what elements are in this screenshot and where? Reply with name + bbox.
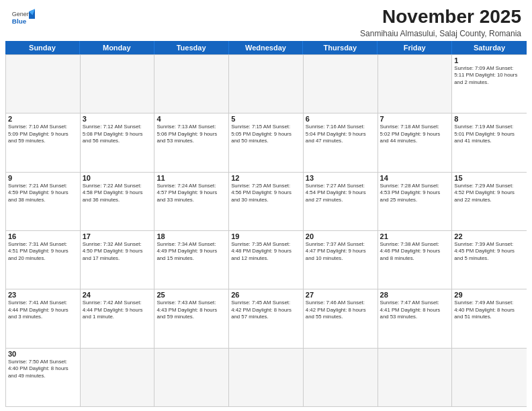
day-number: 10 <box>83 174 152 182</box>
header: General Blue November 2025 Sanmihaiu Alm… <box>0 0 532 41</box>
day-cell-4-0: 23Sunrise: 7:41 AM Sunset: 4:44 PM Dayli… <box>6 289 81 347</box>
svg-text:Blue: Blue <box>12 17 27 25</box>
day-cell-5-3 <box>229 349 304 406</box>
day-cell-5-4 <box>304 349 378 406</box>
logo: General Blue <box>11 7 35 31</box>
day-number: 5 <box>231 115 301 123</box>
day-number: 26 <box>231 291 301 299</box>
header-thursday: Thursday <box>303 41 378 54</box>
day-cell-1-1: 3Sunrise: 7:12 AM Sunset: 5:08 PM Daylig… <box>81 113 155 171</box>
day-info: Sunrise: 7:43 AM Sunset: 4:43 PM Dayligh… <box>157 300 226 321</box>
day-cell-1-2: 4Sunrise: 7:13 AM Sunset: 5:06 PM Daylig… <box>154 113 229 171</box>
day-number: 4 <box>157 115 226 123</box>
day-cell-3-1: 17Sunrise: 7:32 AM Sunset: 4:50 PM Dayli… <box>81 231 155 289</box>
day-number: 25 <box>157 291 226 299</box>
day-info: Sunrise: 7:25 AM Sunset: 4:56 PM Dayligh… <box>231 183 301 204</box>
day-cell-3-0: 16Sunrise: 7:31 AM Sunset: 4:51 PM Dayli… <box>6 231 81 289</box>
week-row-3: 16Sunrise: 7:31 AM Sunset: 4:51 PM Dayli… <box>6 230 527 289</box>
week-row-4: 23Sunrise: 7:41 AM Sunset: 4:44 PM Dayli… <box>6 289 527 347</box>
day-cell-0-5 <box>378 55 453 113</box>
day-info: Sunrise: 7:34 AM Sunset: 4:49 PM Dayligh… <box>157 241 226 263</box>
day-info: Sunrise: 7:24 AM Sunset: 4:57 PM Dayligh… <box>157 183 226 204</box>
day-cell-3-4: 20Sunrise: 7:37 AM Sunset: 4:47 PM Dayli… <box>304 231 378 289</box>
day-info: Sunrise: 7:27 AM Sunset: 4:54 PM Dayligh… <box>306 183 375 204</box>
page: General Blue November 2025 Sanmihaiu Alm… <box>0 0 532 411</box>
day-number: 19 <box>231 232 301 240</box>
day-cell-4-5: 28Sunrise: 7:47 AM Sunset: 4:41 PM Dayli… <box>378 289 453 347</box>
day-number: 17 <box>83 232 152 240</box>
logo-icon: General Blue <box>11 7 35 31</box>
day-info: Sunrise: 7:41 AM Sunset: 4:44 PM Dayligh… <box>8 300 78 321</box>
day-number: 8 <box>454 115 525 123</box>
day-info: Sunrise: 7:21 AM Sunset: 4:59 PM Dayligh… <box>8 183 78 204</box>
day-cell-3-6: 22Sunrise: 7:39 AM Sunset: 4:45 PM Dayli… <box>452 231 527 289</box>
day-info: Sunrise: 7:18 AM Sunset: 5:02 PM Dayligh… <box>380 124 450 145</box>
day-number: 1 <box>454 56 525 64</box>
day-info: Sunrise: 7:09 AM Sunset: 5:11 PM Dayligh… <box>454 65 525 87</box>
day-cell-1-6: 8Sunrise: 7:19 AM Sunset: 5:01 PM Daylig… <box>452 113 527 171</box>
day-cell-2-1: 10Sunrise: 7:22 AM Sunset: 4:58 PM Dayli… <box>81 173 155 230</box>
day-number: 16 <box>8 232 78 240</box>
day-info: Sunrise: 7:35 AM Sunset: 4:48 PM Dayligh… <box>231 241 301 263</box>
header-wednesday: Wednesday <box>229 41 304 54</box>
day-number: 3 <box>83 115 152 123</box>
day-info: Sunrise: 7:12 AM Sunset: 5:08 PM Dayligh… <box>83 124 152 145</box>
header-tuesday: Tuesday <box>154 41 229 54</box>
day-cell-0-6: 1Sunrise: 7:09 AM Sunset: 5:11 PM Daylig… <box>452 55 527 113</box>
day-number: 11 <box>157 174 226 182</box>
day-number: 20 <box>306 232 375 240</box>
day-cell-0-4 <box>304 55 378 113</box>
day-number: 28 <box>380 291 450 299</box>
day-cell-2-0: 9Sunrise: 7:21 AM Sunset: 4:59 PM Daylig… <box>6 173 81 230</box>
day-info: Sunrise: 7:19 AM Sunset: 5:01 PM Dayligh… <box>454 124 525 145</box>
day-info: Sunrise: 7:13 AM Sunset: 5:06 PM Dayligh… <box>157 124 226 145</box>
day-number: 13 <box>306 174 375 182</box>
day-cell-1-4: 6Sunrise: 7:16 AM Sunset: 5:04 PM Daylig… <box>304 113 378 171</box>
day-info: Sunrise: 7:32 AM Sunset: 4:50 PM Dayligh… <box>83 241 152 263</box>
day-cell-0-2 <box>154 55 229 113</box>
day-cell-2-3: 12Sunrise: 7:25 AM Sunset: 4:56 PM Dayli… <box>229 173 304 230</box>
day-info: Sunrise: 7:38 AM Sunset: 4:46 PM Dayligh… <box>380 241 450 263</box>
day-number: 27 <box>306 291 375 299</box>
day-cell-3-5: 21Sunrise: 7:38 AM Sunset: 4:46 PM Dayli… <box>378 231 453 289</box>
day-cell-3-3: 19Sunrise: 7:35 AM Sunset: 4:48 PM Dayli… <box>229 231 304 289</box>
day-cell-4-3: 26Sunrise: 7:45 AM Sunset: 4:42 PM Dayli… <box>229 289 304 347</box>
month-title: November 2025 <box>360 7 521 28</box>
day-cell-2-5: 14Sunrise: 7:28 AM Sunset: 4:53 PM Dayli… <box>378 173 453 230</box>
day-cell-4-1: 24Sunrise: 7:42 AM Sunset: 4:44 PM Dayli… <box>81 289 155 347</box>
title-block: November 2025 Sanmihaiu Almasului, Salaj… <box>360 7 521 38</box>
day-headers: Sunday Monday Tuesday Wednesday Thursday… <box>5 41 527 54</box>
day-number: 22 <box>454 232 525 240</box>
day-cell-0-1 <box>81 55 155 113</box>
weeks: 1Sunrise: 7:09 AM Sunset: 5:11 PM Daylig… <box>5 54 527 407</box>
subtitle: Sanmihaiu Almasului, Salaj County, Roman… <box>360 29 521 38</box>
day-cell-1-0: 2Sunrise: 7:10 AM Sunset: 5:09 PM Daylig… <box>6 113 81 171</box>
day-info: Sunrise: 7:15 AM Sunset: 5:05 PM Dayligh… <box>231 124 301 145</box>
day-number: 15 <box>454 174 525 182</box>
day-cell-1-3: 5Sunrise: 7:15 AM Sunset: 5:05 PM Daylig… <box>229 113 304 171</box>
day-number: 29 <box>454 291 525 299</box>
day-info: Sunrise: 7:22 AM Sunset: 4:58 PM Dayligh… <box>83 183 152 204</box>
day-number: 2 <box>8 115 78 123</box>
day-cell-5-0: 30Sunrise: 7:50 AM Sunset: 4:40 PM Dayli… <box>6 349 81 406</box>
day-info: Sunrise: 7:42 AM Sunset: 4:44 PM Dayligh… <box>83 300 152 321</box>
day-info: Sunrise: 7:37 AM Sunset: 4:47 PM Dayligh… <box>306 241 375 263</box>
day-info: Sunrise: 7:16 AM Sunset: 5:04 PM Dayligh… <box>306 124 375 145</box>
day-cell-4-4: 27Sunrise: 7:46 AM Sunset: 4:42 PM Dayli… <box>304 289 378 347</box>
day-cell-5-5 <box>378 349 453 406</box>
day-info: Sunrise: 7:10 AM Sunset: 5:09 PM Dayligh… <box>8 124 78 145</box>
week-row-1: 2Sunrise: 7:10 AM Sunset: 5:09 PM Daylig… <box>6 113 527 171</box>
day-info: Sunrise: 7:45 AM Sunset: 4:42 PM Dayligh… <box>231 300 301 321</box>
day-number: 6 <box>306 115 375 123</box>
header-sunday: Sunday <box>5 41 80 54</box>
day-cell-3-2: 18Sunrise: 7:34 AM Sunset: 4:49 PM Dayli… <box>154 231 229 289</box>
day-number: 24 <box>83 291 152 299</box>
day-cell-2-2: 11Sunrise: 7:24 AM Sunset: 4:57 PM Dayli… <box>154 173 229 230</box>
day-number: 7 <box>380 115 450 123</box>
day-cell-5-2 <box>154 349 229 406</box>
day-info: Sunrise: 7:31 AM Sunset: 4:51 PM Dayligh… <box>8 241 78 263</box>
day-info: Sunrise: 7:29 AM Sunset: 4:52 PM Dayligh… <box>454 183 525 204</box>
day-cell-1-5: 7Sunrise: 7:18 AM Sunset: 5:02 PM Daylig… <box>378 113 453 171</box>
day-info: Sunrise: 7:28 AM Sunset: 4:53 PM Dayligh… <box>380 183 450 204</box>
day-number: 14 <box>380 174 450 182</box>
